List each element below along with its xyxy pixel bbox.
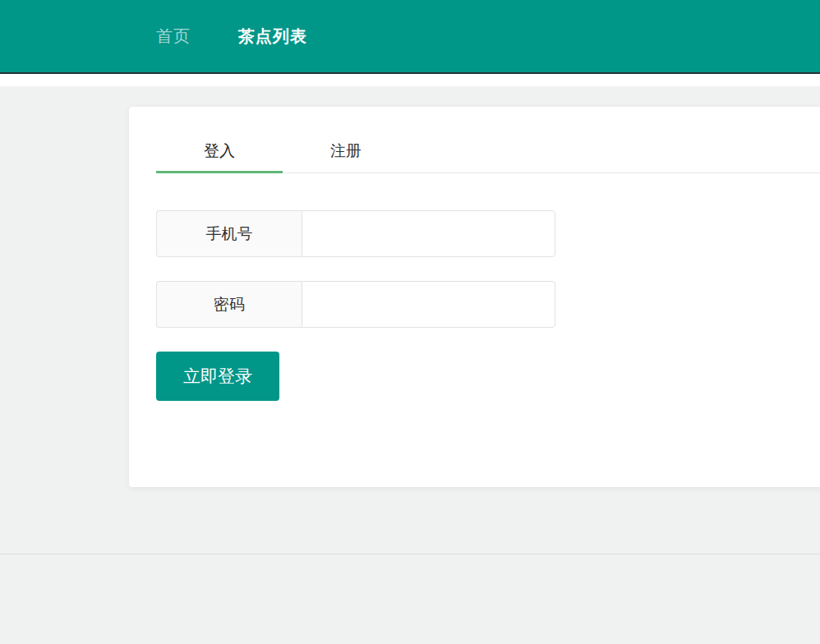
password-field-group: 密码 <box>156 281 555 328</box>
auth-tabs: 登入 注册 <box>156 131 820 173</box>
page-footer <box>0 554 820 644</box>
tab-register[interactable]: 注册 <box>283 131 409 173</box>
navbar-sub-strip <box>0 74 820 86</box>
top-navbar: 首页 茶点列表 <box>0 0 820 74</box>
phone-field-group: 手机号 <box>156 210 555 257</box>
tab-login[interactable]: 登入 <box>156 131 283 173</box>
login-card: 登入 注册 手机号 密码 立即登录 <box>129 107 820 487</box>
main-content: 登入 注册 手机号 密码 立即登录 <box>0 86 820 554</box>
login-form: 手机号 密码 立即登录 <box>156 210 555 401</box>
nav-item-home[interactable]: 首页 <box>156 25 191 48</box>
nav-item-tea-list[interactable]: 茶点列表 <box>238 25 307 48</box>
phone-input[interactable] <box>302 210 555 257</box>
login-button[interactable]: 立即登录 <box>156 352 279 401</box>
main-nav: 首页 茶点列表 <box>156 0 307 72</box>
password-field-label: 密码 <box>156 281 302 328</box>
page-root: 首页 茶点列表 登入 注册 手机号 密码 立即登录 <box>0 0 820 644</box>
password-input[interactable] <box>302 281 555 328</box>
phone-field-label: 手机号 <box>156 210 302 257</box>
